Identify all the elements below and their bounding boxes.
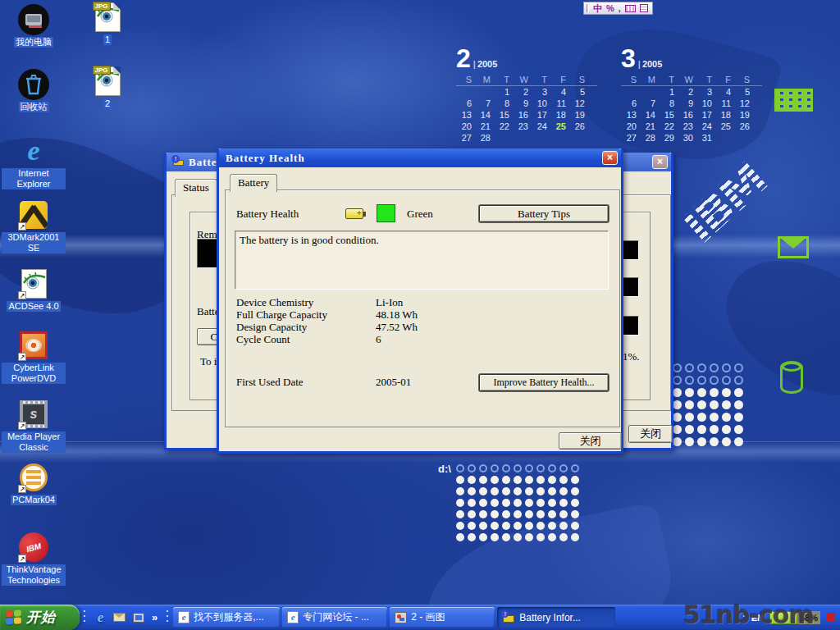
start-button[interactable]: 开始 <box>0 605 80 630</box>
desktop-icon-label: Internet Explorer <box>2 168 66 189</box>
calendar-day: 29 <box>659 132 678 144</box>
calendar-day: 27 <box>456 132 475 144</box>
calendar-day <box>569 132 588 144</box>
pcmark04-icon: ↗ <box>18 462 49 493</box>
desktop-icon-label: 回收站 <box>19 102 49 112</box>
battery-percent-text: 58% <box>797 611 820 624</box>
taskbar-separator <box>741 608 748 628</box>
taskbar-button-2[interactable]: e专门网论坛 - ... <box>282 607 387 628</box>
desktop-icon-jpg-file-2[interactable]: JPG2 <box>75 66 139 109</box>
calendar-day: 3 <box>696 86 715 98</box>
close-button[interactable]: × <box>652 155 668 169</box>
mail-icon[interactable] <box>112 610 126 624</box>
calendar-day: 25 <box>715 121 734 132</box>
calendar-day: 6 <box>621 98 640 109</box>
calendar-header: 32005 <box>621 46 762 74</box>
tab-battery[interactable]: Battery <box>230 174 277 192</box>
calendar-day <box>532 132 550 144</box>
desktop-icon-my-computer[interactable]: 我的电脑 <box>2 4 66 48</box>
to-improve-label: To i <box>200 355 217 368</box>
ie-icon[interactable]: e <box>94 610 107 624</box>
ime-menu-icon[interactable] <box>640 4 648 12</box>
calendar-weekday: T <box>696 74 715 85</box>
calendar-day: 4 <box>715 86 734 98</box>
calendar-header: 22005 <box>456 46 597 74</box>
calendar-day: 17 <box>696 109 715 121</box>
calendar-week-row: 6789101112 <box>456 98 597 109</box>
calendar-day <box>494 132 513 144</box>
tray-icon[interactable] <box>826 613 835 622</box>
desktop-icon-recycle-bin[interactable]: 回收站 <box>2 69 66 112</box>
calendar-weekday: T <box>659 74 678 85</box>
calendar-day: 14 <box>475 109 494 121</box>
calendar-day: 1 <box>659 86 678 98</box>
calendar-day: 28 <box>475 132 494 144</box>
calendar-day: 5 <box>734 86 753 98</box>
calendar-day: 13 <box>621 109 640 121</box>
calendar-weekday: W <box>678 74 696 85</box>
3dmark2001-se-icon: ↗ <box>18 199 49 231</box>
calendar-day: 16 <box>513 109 532 121</box>
calendar-day: 21 <box>475 121 494 132</box>
tab-status[interactable]: Status <box>175 179 217 197</box>
calendar-day: 24 <box>532 121 550 132</box>
desktop-icon-acdsee[interactable]: ↗ACDSee 4.0 <box>2 268 66 312</box>
internet-explorer-icon: e <box>18 135 49 167</box>
ime-grip-handle[interactable] <box>587 4 589 12</box>
close-dialog-button[interactable]: 关闭 <box>628 425 673 443</box>
calendar-day <box>456 86 475 98</box>
calendar-week-row: 20212223242526 <box>456 121 597 132</box>
ime-language-bar[interactable]: 中 % , <box>583 2 653 15</box>
taskbar-button-1[interactable]: e找不到服务器,... <box>173 607 280 628</box>
cyberlink-powerdvd-icon: ↗ <box>18 330 49 361</box>
close-dialog-button[interactable]: 关闭 <box>559 432 622 450</box>
desktop-icon-pcmark04[interactable]: ↗PCMark04 <box>2 462 66 505</box>
language-indicator[interactable]: EN <box>751 613 764 623</box>
taskbar-button-4[interactable]: Battery Infor... <box>497 607 615 628</box>
quick-launch-overflow-chevron[interactable]: » <box>150 611 159 623</box>
show-desktop-icon[interactable] <box>131 610 145 624</box>
calendar-day: 20 <box>456 121 475 132</box>
calendar-day: 2 <box>678 86 696 98</box>
calendar-day: 7 <box>640 98 659 109</box>
close-button[interactable]: × <box>602 151 618 165</box>
desktop-icon-label: 2 <box>103 98 112 109</box>
battery-icon <box>345 208 363 219</box>
battery-health-titlebar[interactable]: Battery Health × <box>219 148 621 167</box>
desktop-icon-3dmark2001-se[interactable]: ↗3DMark2001 SE <box>2 199 66 253</box>
desktop-icon-label: CyberLink PowerDVD <box>2 363 66 384</box>
calendar-year: 2005 <box>638 59 663 69</box>
battery-tips-button[interactable]: Battery Tips <box>479 205 609 222</box>
calendar-day <box>550 132 569 144</box>
calendar-day: 15 <box>659 109 678 121</box>
taskbar-button-label: Battery Infor... <box>519 612 581 623</box>
desktop-icon-jpg-file-1[interactable]: JPG1 <box>75 2 139 45</box>
desktop-icon-thinkvantage[interactable]: IBM↗ThinkVantage Technologies <box>2 532 66 586</box>
ime-halfwidth-icon[interactable]: % <box>606 3 614 13</box>
calendar-day: 5 <box>569 86 588 98</box>
calendar-year: 2005 <box>473 59 498 69</box>
calendar-day: 18 <box>715 109 734 121</box>
ime-punctuation-icon[interactable]: , <box>619 3 621 13</box>
calendar-weekday: F <box>550 74 569 85</box>
tray-battery-meter[interactable]: 58% <box>769 610 820 624</box>
desktop-icon-label: 1 <box>103 34 112 45</box>
ime-chinese-mode-icon[interactable]: 中 <box>593 3 602 13</box>
calendar-weekday-row: SMTWTFS <box>456 74 597 86</box>
calendar-weekday: M <box>475 74 494 85</box>
improve-battery-health-button[interactable]: Improve Battery Health... <box>479 374 609 391</box>
battery-health-label: Battery Health <box>236 208 299 221</box>
calendar-february-2005: 22005SMTWTFS1234567891011121314151617181… <box>456 46 597 144</box>
desktop-icon-label: PCMark04 <box>11 495 57 505</box>
calendar-weekday: T <box>532 74 550 85</box>
calendar-day: 21 <box>640 121 659 132</box>
ime-keyboard-icon[interactable] <box>625 5 636 12</box>
desktop-icon-internet-explorer[interactable]: eInternet Explorer <box>2 135 66 189</box>
desktop-icon-media-player-classic[interactable]: s↗Media Player Classic <box>2 399 66 453</box>
calendar-day <box>621 86 640 98</box>
taskbar-button-3[interactable]: 2 - 画图 <box>390 607 495 628</box>
calendar-day: 28 <box>640 132 659 144</box>
desktop-icon-cyberlink-powerdvd[interactable]: ↗CyberLink PowerDVD <box>2 330 66 384</box>
first-used-date-label: First Used Date <box>236 376 304 389</box>
calendar-weekday: F <box>715 74 734 85</box>
